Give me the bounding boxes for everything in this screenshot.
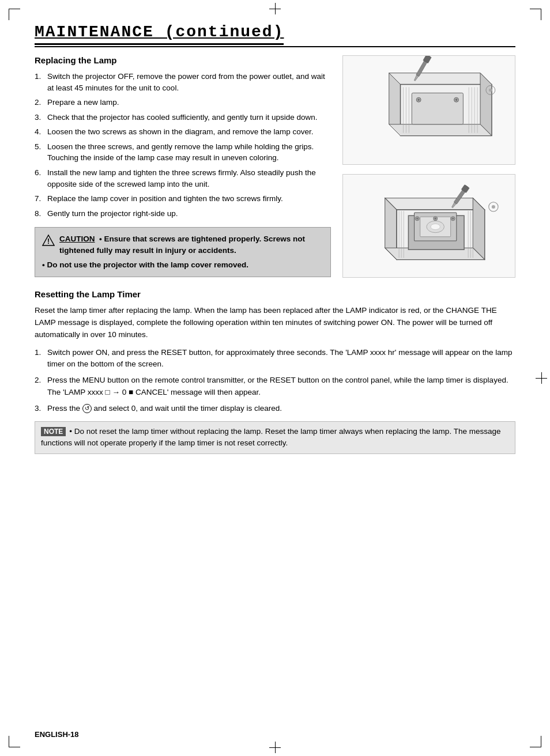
step-text: Install the new lamp and tighten the thr… [47, 167, 331, 190]
list-item: 6. Install the new lamp and tighten the … [35, 167, 331, 190]
step-text: Loosen the two screws as shown in the di… [47, 126, 331, 138]
caution-box: ! CAUTION • Ensure that screws are tight… [35, 227, 331, 277]
right-column [342, 55, 515, 278]
corner-mark-br [530, 736, 541, 747]
list-item: 5. Loosen the three screws, and gently r… [35, 141, 331, 164]
left-column: Replacing the Lamp 1. Switch the project… [35, 55, 331, 278]
step-text: Switch the projector OFF, remove the pow… [47, 71, 331, 93]
list-item: 3. Check that the projector has cooled s… [35, 112, 331, 123]
step-text: Press the ↺ and select 0, and wait until… [47, 403, 515, 414]
reset-steps: 1. Switch power ON, and press the RESET … [35, 347, 515, 414]
reset-symbol: ↺ [82, 404, 92, 413]
main-layout: Replacing the Lamp 1. Switch the project… [35, 55, 515, 278]
list-item: 2. Press the MENU button on the remote c… [35, 375, 515, 398]
caution-label: CAUTION [59, 235, 95, 243]
note-label: NOTE [41, 427, 66, 436]
reset-section: Resetting the Lamp Timer Reset the lamp … [35, 289, 515, 454]
step-num: 2. [35, 375, 45, 398]
svg-text:!: ! [47, 237, 50, 245]
note-text: • Do not reset the lamp timer without re… [41, 427, 500, 447]
step-text: Gently turn the projector right-side up. [47, 208, 331, 220]
corner-mark-bl [9, 736, 20, 747]
step-num: 4. [35, 126, 45, 138]
step-num: 7. [35, 193, 45, 205]
title-block: MAINTENANCE (continued) [35, 23, 515, 47]
list-item: 1. Switch power ON, and press the RESET … [35, 347, 515, 371]
replacing-lamp-heading: Replacing the Lamp [35, 55, 331, 65]
replacing-lamp-steps: 1. Switch the projector OFF, remove the … [35, 71, 331, 219]
crosshair-top [269, 3, 281, 14]
caution-header: ! CAUTION • Ensure that screws are tight… [42, 233, 323, 257]
list-item: 4. Loosen the two screws as shown in the… [35, 126, 331, 138]
caution-text: CAUTION • Ensure that screws are tighten… [59, 233, 323, 257]
step-num: 1. [35, 347, 45, 371]
projector-diagram-top-svg [343, 56, 515, 164]
step-text: Switch power ON, and press the RESET but… [47, 347, 515, 371]
title-divider [35, 46, 515, 47]
step-num: 6. [35, 167, 45, 190]
reset-intro: Reset the lamp timer after replacing the… [35, 305, 515, 341]
list-item: 7. Replace the lamp cover in position an… [35, 193, 331, 205]
step-num: 3. [35, 112, 45, 123]
crosshair-right [536, 372, 547, 384]
step-text: Prepare a new lamp. [47, 97, 331, 108]
list-item: 3. Press the ↺ and select 0, and wait un… [35, 403, 515, 414]
corner-mark-tr [530, 9, 541, 20]
step-text: Check that the projector has cooled suff… [47, 112, 331, 123]
step-num: 2. [35, 97, 45, 108]
list-item: 8. Gently turn the projector right-side … [35, 208, 331, 220]
svg-point-45 [492, 205, 495, 209]
list-item: 2. Prepare a new lamp. [35, 97, 331, 108]
svg-point-25 [431, 224, 440, 229]
step-num: 1. [35, 71, 45, 93]
caution-icon: ! [42, 234, 55, 247]
step-num: 8. [35, 208, 45, 220]
diagram-bottom [342, 174, 515, 278]
step-text: Press the MENU button on the remote cont… [47, 375, 515, 398]
list-item: 1. Switch the projector OFF, remove the … [35, 71, 331, 93]
corner-mark-tl [9, 9, 20, 20]
step-text: Replace the lamp cover in position and t… [47, 193, 331, 205]
step-text: Loosen the three screws, and gently remo… [47, 141, 331, 164]
caution-bullet: • Do not use the projector with the lamp… [42, 259, 323, 271]
step-num: 5. [35, 141, 45, 164]
page: MAINTENANCE (continued) Replacing the La… [0, 0, 550, 756]
step-num: 3. [35, 403, 45, 414]
diagram-top [342, 55, 515, 165]
page-footer: ENGLISH-18 [35, 730, 79, 739]
projector-diagram-bottom-svg [343, 175, 515, 277]
page-title: MAINTENANCE (continued) [35, 23, 284, 45]
note-box: NOTE• Do not reset the lamp timer withou… [35, 421, 515, 454]
crosshair-bottom [269, 742, 281, 753]
resetting-lamp-heading: Resetting the Lamp Timer [35, 289, 515, 299]
svg-point-20 [489, 88, 492, 92]
